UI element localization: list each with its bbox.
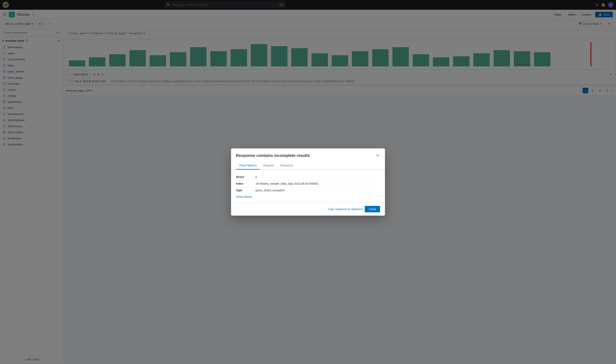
type-value: query_shard_exception xyxy=(255,189,285,192)
modal: Response contains incomplete results ✕ S… xyxy=(231,148,385,216)
tab-request[interactable]: Request xyxy=(260,162,277,170)
shard-row: Shard 0 xyxy=(236,174,380,180)
tab-shard-failures[interactable]: Shard failures xyxy=(236,162,260,170)
index-row: Index .ds-kibana_sample_data_logs-2023.0… xyxy=(236,180,380,187)
modal-close-button[interactable]: ✕ xyxy=(375,152,380,158)
type-label: Type xyxy=(236,189,252,192)
shard-value: 0 xyxy=(255,175,257,179)
index-label: Index xyxy=(236,182,252,185)
tab-response[interactable]: Response xyxy=(277,162,296,170)
modal-body: Shard 0 Index .ds-kibana_sample_data_log… xyxy=(231,170,385,202)
show-details-link[interactable]: Show details xyxy=(236,195,252,198)
modal-header: Response contains incomplete results ✕ xyxy=(231,148,385,158)
shard-failures-table: Shard 0 Index .ds-kibana_sample_data_log… xyxy=(236,174,380,194)
shard-label: Shard xyxy=(236,175,252,179)
modal-overlay: Response contains incomplete results ✕ S… xyxy=(0,0,616,363)
modal-tabs: Shard failures Request Response xyxy=(231,162,385,170)
modal-footer: Copy response to clipboard Close xyxy=(231,202,385,216)
modal-title: Response contains incomplete results xyxy=(236,153,310,158)
index-value: .ds-kibana_sample_data_logs-2023.09.05-0… xyxy=(255,182,318,185)
close-modal-button[interactable]: Close xyxy=(365,206,380,212)
type-row: Type query_shard_exception xyxy=(236,187,380,194)
copy-response-button[interactable]: Copy response to clipboard xyxy=(328,208,362,211)
